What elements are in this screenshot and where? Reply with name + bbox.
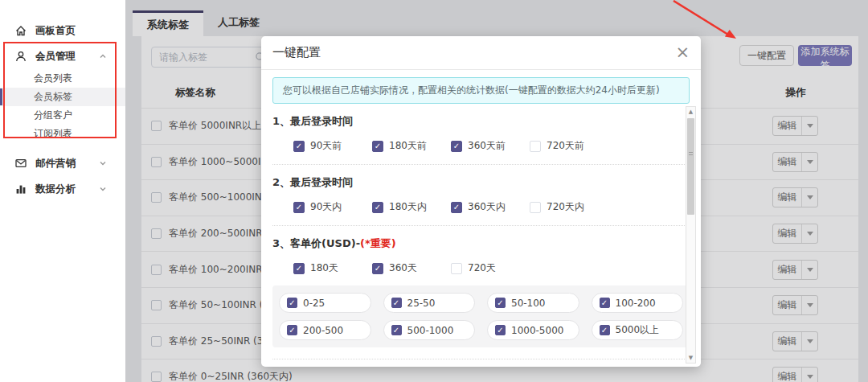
section-divider xyxy=(272,359,690,359)
edit-split-button[interactable]: 编辑 xyxy=(772,331,818,351)
edit-dropdown-button[interactable] xyxy=(801,117,817,135)
checkbox-checked[interactable]: ✓ xyxy=(287,298,297,308)
checkbox-checked[interactable]: ✓ xyxy=(391,298,402,308)
sidebar-item-group-customers[interactable]: 分组客户 xyxy=(0,106,125,125)
scroll-up-arrow[interactable]: ▲ xyxy=(686,107,695,117)
tab-system-labels[interactable]: 系统标签 xyxy=(133,10,203,36)
checkbox-unchecked[interactable] xyxy=(530,202,541,213)
row-checkbox[interactable] xyxy=(151,192,162,203)
checkbox-checked[interactable]: ✓ xyxy=(451,141,462,152)
sidebar-item-label: 会员管理 xyxy=(35,50,76,64)
config-option[interactable]: ✓180天 xyxy=(293,261,372,275)
row-checkbox[interactable] xyxy=(151,372,162,382)
row-checkbox[interactable] xyxy=(151,300,162,310)
edit-button[interactable]: 编辑 xyxy=(773,332,801,351)
config-option[interactable]: ✓200-500 xyxy=(279,320,371,340)
config-option[interactable]: ✓90天内 xyxy=(293,200,372,214)
config-option[interactable]: ✓90天前 xyxy=(293,139,372,153)
section-divider xyxy=(272,164,690,165)
sidebar-item-member-management[interactable]: 会员管理 xyxy=(0,43,125,69)
edit-button[interactable]: 编辑 xyxy=(773,188,801,207)
caret-down-icon xyxy=(807,375,813,382)
search-input[interactable] xyxy=(151,47,272,68)
edit-button[interactable]: 编辑 xyxy=(773,368,801,382)
option-label: 180天内 xyxy=(389,200,427,214)
close-icon[interactable]: × xyxy=(675,44,690,61)
checkbox-checked[interactable]: ✓ xyxy=(391,325,402,335)
search-box xyxy=(151,47,272,68)
sidebar-item-member-list[interactable]: 会员列表 xyxy=(0,69,125,88)
edit-split-button[interactable]: 编辑 xyxy=(772,187,818,207)
checkbox-unchecked[interactable] xyxy=(530,141,541,152)
checkbox-checked[interactable]: ✓ xyxy=(293,202,305,213)
edit-button[interactable]: 编辑 xyxy=(773,224,801,243)
edit-dropdown-button[interactable] xyxy=(801,188,817,207)
config-option[interactable]: ✓25-50 xyxy=(383,293,476,313)
checkbox-checked[interactable]: ✓ xyxy=(293,263,305,274)
checkbox-checked[interactable]: ✓ xyxy=(293,141,305,152)
config-option[interactable]: ✓100-200 xyxy=(592,293,684,313)
scroll-down-arrow[interactable]: ▼ xyxy=(686,353,695,363)
config-option[interactable]: 720天 xyxy=(451,261,530,275)
caret-down-icon xyxy=(807,232,813,239)
edit-button[interactable]: 编辑 xyxy=(773,153,801,171)
row-checkbox[interactable] xyxy=(151,265,162,275)
checkbox-checked[interactable]: ✓ xyxy=(495,298,506,308)
row-checkbox[interactable] xyxy=(151,121,162,131)
sidebar-item-email-marketing[interactable]: 邮件营销 xyxy=(0,150,125,176)
row-checkbox[interactable] xyxy=(151,336,162,347)
edit-split-button[interactable]: 编辑 xyxy=(772,224,818,244)
scrollbar-thumb[interactable] xyxy=(687,118,694,215)
checkbox-checked[interactable]: ✓ xyxy=(600,325,610,335)
checkbox-checked[interactable]: ✓ xyxy=(451,202,462,213)
sidebar-item-subscription-list[interactable]: 订阅列表 xyxy=(0,125,125,143)
checkbox-checked[interactable]: ✓ xyxy=(600,298,610,308)
edit-split-button[interactable]: 编辑 xyxy=(772,116,818,136)
caret-down-icon xyxy=(807,303,813,310)
sidebar-item-data-analysis[interactable]: 数据分析 xyxy=(0,176,125,202)
checkbox-unchecked[interactable] xyxy=(451,263,462,274)
config-option[interactable]: ✓360天前 xyxy=(451,139,530,153)
config-option[interactable]: 720天前 xyxy=(530,139,608,153)
edit-dropdown-button[interactable] xyxy=(801,296,817,314)
option-label: 180天前 xyxy=(389,139,427,153)
row-checkbox[interactable] xyxy=(151,228,162,239)
edit-split-button[interactable]: 编辑 xyxy=(772,260,818,280)
config-option[interactable]: ✓0-25 xyxy=(279,293,371,313)
edit-dropdown-button[interactable] xyxy=(801,224,817,243)
add-system-tag-button[interactable]: 添加系统标签 xyxy=(798,45,852,66)
config-option[interactable]: 720天内 xyxy=(530,200,608,214)
row-checkbox[interactable] xyxy=(151,157,162,167)
edit-button[interactable]: 编辑 xyxy=(773,296,801,314)
checkbox-checked[interactable]: ✓ xyxy=(372,141,383,152)
config-option[interactable]: ✓5000以上 xyxy=(592,320,684,340)
sidebar-item-member-tags[interactable]: 会员标签 xyxy=(0,88,125,106)
bar-chart-icon xyxy=(14,183,27,195)
edit-dropdown-button[interactable] xyxy=(801,368,817,382)
edit-split-button[interactable]: 编辑 xyxy=(772,152,818,172)
config-option[interactable]: ✓360天内 xyxy=(451,200,530,214)
edit-split-button[interactable]: 编辑 xyxy=(772,295,818,315)
checkbox-checked[interactable]: ✓ xyxy=(372,263,383,274)
checkbox-checked[interactable]: ✓ xyxy=(495,325,506,335)
edit-dropdown-button[interactable] xyxy=(801,261,817,279)
config-option[interactable]: ✓360天 xyxy=(372,261,451,275)
config-option[interactable]: ✓50-100 xyxy=(487,293,579,313)
option-label: 0-25 xyxy=(303,298,325,309)
edit-split-button[interactable]: 编辑 xyxy=(772,367,818,382)
edit-button[interactable]: 编辑 xyxy=(773,117,801,135)
checkbox-checked[interactable]: ✓ xyxy=(372,202,383,213)
checkbox-checked[interactable]: ✓ xyxy=(287,325,297,335)
sidebar: 画板首页 会员管理 会员列表 会员标签 分组客户 订阅列表 邮件营销 xyxy=(0,0,125,382)
edit-dropdown-button[interactable] xyxy=(801,332,817,351)
tab-manual-labels[interactable]: 人工标签 xyxy=(203,10,274,36)
config-option[interactable]: ✓1000-5000 xyxy=(487,320,579,340)
edit-button[interactable]: 编辑 xyxy=(773,261,801,279)
config-option[interactable]: ✓180天前 xyxy=(372,139,451,153)
sidebar-item-dashboard[interactable]: 画板首页 xyxy=(0,18,125,43)
one-click-config-button[interactable]: 一键配置 xyxy=(739,45,794,66)
edit-dropdown-button[interactable] xyxy=(801,153,817,171)
config-option[interactable]: ✓500-1000 xyxy=(383,320,476,340)
config-option[interactable]: ✓180天内 xyxy=(372,200,451,214)
modal-scrollbar[interactable]: ▲ ▼ xyxy=(686,106,696,364)
